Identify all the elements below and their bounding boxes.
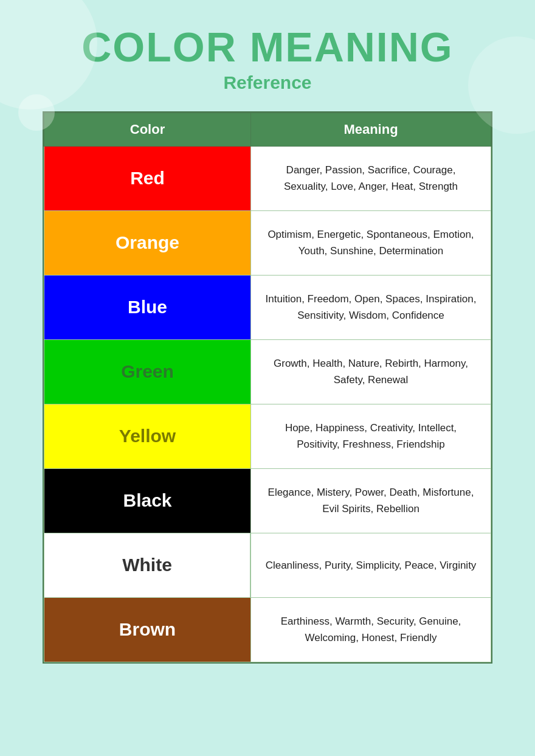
page-subtitle: Reference bbox=[223, 72, 311, 93]
table-row: WhiteCleanliness, Purity, Simplicity, Pe… bbox=[44, 533, 491, 597]
decorative-circle bbox=[18, 94, 55, 131]
meaning-cell-green: Growth, Health, Nature, Rebirth, Harmony… bbox=[251, 339, 491, 404]
color-cell-yellow: Yellow bbox=[44, 404, 251, 468]
column-header-color: Color bbox=[44, 113, 251, 146]
table-row: YellowHope, Happiness, Creativity, Intel… bbox=[44, 404, 491, 468]
color-cell-blue: Blue bbox=[44, 275, 251, 339]
color-cell-red: Red bbox=[44, 146, 251, 210]
color-cell-black: Black bbox=[44, 468, 251, 533]
color-table-container: Color Meaning RedDanger, Passion, Sacrif… bbox=[43, 111, 492, 664]
color-label-green: Green bbox=[121, 361, 174, 382]
color-cell-white: White bbox=[44, 533, 251, 597]
color-cell-green: Green bbox=[44, 339, 251, 404]
table-row: BlueIntuition, Freedom, Open, Spaces, In… bbox=[44, 275, 491, 339]
table-row: GreenGrowth, Health, Nature, Rebirth, Ha… bbox=[44, 339, 491, 404]
table-row: BlackElegance, Mistery, Power, Death, Mi… bbox=[44, 468, 491, 533]
color-label-brown: Brown bbox=[119, 619, 176, 640]
meaning-cell-black: Elegance, Mistery, Power, Death, Misfort… bbox=[251, 468, 491, 533]
meaning-cell-orange: Optimism, Energetic, Spontaneous, Emotio… bbox=[251, 210, 491, 275]
color-label-red: Red bbox=[130, 168, 165, 189]
color-label-yellow: Yellow bbox=[119, 426, 176, 446]
table-row: RedDanger, Passion, Sacrifice, Courage, … bbox=[44, 146, 491, 210]
table-row: OrangeOptimism, Energetic, Spontaneous, … bbox=[44, 210, 491, 275]
color-label-orange: Orange bbox=[116, 232, 179, 253]
page-title: COLOR MEANING bbox=[81, 24, 454, 70]
meaning-cell-white: Cleanliness, Purity, Simplicity, Peace, … bbox=[251, 533, 491, 597]
table-row: BrownEarthiness, Warmth, Security, Genui… bbox=[44, 597, 491, 662]
table-header-row: Color Meaning bbox=[44, 113, 491, 146]
meaning-cell-yellow: Hope, Happiness, Creativity, Intellect, … bbox=[251, 404, 491, 468]
color-label-black: Black bbox=[123, 490, 171, 511]
color-meaning-table: Color Meaning RedDanger, Passion, Sacrif… bbox=[44, 113, 491, 662]
column-header-meaning: Meaning bbox=[251, 113, 491, 146]
meaning-cell-blue: Intuition, Freedom, Open, Spaces, Inspir… bbox=[251, 275, 491, 339]
color-cell-brown: Brown bbox=[44, 597, 251, 662]
color-label-blue: Blue bbox=[128, 297, 167, 317]
color-label-white: White bbox=[122, 555, 172, 575]
color-cell-orange: Orange bbox=[44, 210, 251, 275]
meaning-cell-brown: Earthiness, Warmth, Security, Genuine, W… bbox=[251, 597, 491, 662]
meaning-cell-red: Danger, Passion, Sacrifice, Courage, Sex… bbox=[251, 146, 491, 210]
